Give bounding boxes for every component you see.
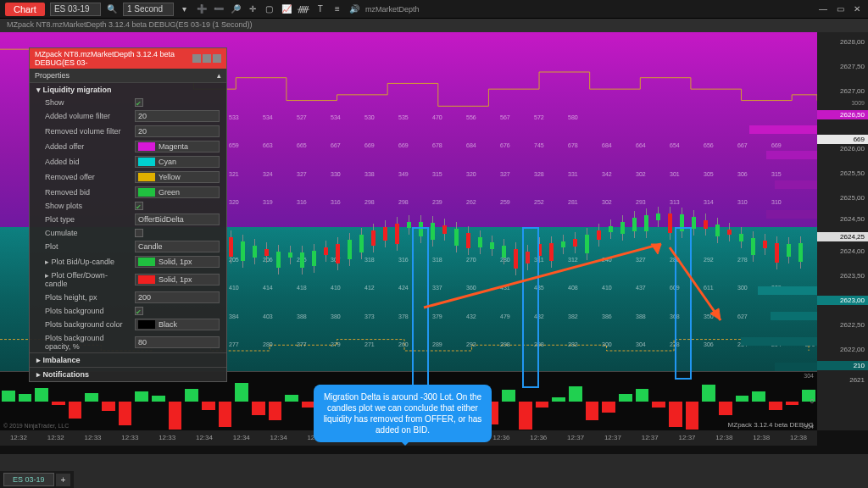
orderbook-cell: 316 xyxy=(398,257,409,263)
row-removed-offer: Removed offerYellow xyxy=(30,169,226,185)
minimize-icon[interactable]: — xyxy=(817,3,829,15)
interval-input[interactable] xyxy=(123,3,174,16)
panel-close-icon[interactable] xyxy=(213,54,221,63)
section-notifications[interactable]: ▸ Notifications xyxy=(30,367,226,381)
annotation-callout: Migration Delta is around -300 Lot. On t… xyxy=(314,385,492,442)
delta-bar xyxy=(536,402,549,408)
show-checkbox[interactable] xyxy=(135,98,143,107)
zoom-out-icon[interactable]: ➖ xyxy=(213,3,225,15)
chevron-down-icon[interactable]: ▾ xyxy=(179,3,191,15)
panel-titlebar[interactable]: MZpack NT8.mzMarketDepth 3.12.4 beta DEB… xyxy=(30,48,226,69)
plot-bid-up-value[interactable]: Solid, 1px xyxy=(135,256,220,268)
annotation-arrows xyxy=(415,236,729,337)
panel-title-text: MZpack NT8.mzMarketDepth 3.12.4 beta DEB… xyxy=(35,50,192,67)
delta-bar xyxy=(202,402,215,410)
plots-bg-opacity-input[interactable]: 80 xyxy=(135,336,220,348)
price-candle xyxy=(395,224,399,244)
sound-icon[interactable]: 🔊 xyxy=(348,3,360,15)
show-plots-checkbox[interactable] xyxy=(135,202,143,210)
volume-profile-bar xyxy=(771,312,817,320)
delta-bar xyxy=(2,391,15,402)
orderbook-cell: 678 xyxy=(568,142,578,148)
price-tick: 2621 xyxy=(817,375,868,385)
delta-bar xyxy=(702,385,715,402)
price-tick: 2622,50 xyxy=(817,320,868,330)
time-tick: 12:38 xyxy=(780,434,817,446)
orderbook-cell: 388 xyxy=(297,313,307,319)
maximize-icon[interactable]: ▭ xyxy=(834,3,846,15)
price-candle xyxy=(371,230,376,246)
plots-bg-color-select[interactable]: Black xyxy=(135,319,220,330)
properties-panel[interactable]: MZpack NT8.mzMarketDepth 3.12.4 beta DEB… xyxy=(29,47,227,382)
price-candle xyxy=(312,251,316,266)
orderbook-cell: 271 xyxy=(364,341,375,347)
price-candle xyxy=(692,217,696,229)
row-plots-bg-opacity: Plots background opacity, %80 xyxy=(30,332,226,352)
added-offer-select[interactable]: Magenta xyxy=(135,141,220,152)
zoom-in-icon[interactable]: ➕ xyxy=(196,3,208,15)
price-tick: 2625,00 xyxy=(817,193,868,202)
orderbook-cell: 279 xyxy=(331,341,341,347)
row-cumulate: Cumulate xyxy=(30,227,226,239)
orderbook-cell: 318 xyxy=(364,257,375,263)
orderbook-cell: 300 xyxy=(737,285,748,291)
price-candle xyxy=(300,252,304,268)
svg-line-0 xyxy=(424,244,661,308)
plot-type-select[interactable]: OfferBidDelta xyxy=(135,214,220,225)
added-vol-input[interactable]: 20 xyxy=(135,110,220,122)
panel-max-icon[interactable] xyxy=(203,54,211,63)
close-icon[interactable]: ✕ xyxy=(851,3,863,15)
delta-bar xyxy=(52,402,65,405)
delta-bar xyxy=(85,393,98,402)
indicator-icon[interactable]: ᚏ xyxy=(298,3,309,15)
chart-button[interactable]: Chart xyxy=(5,3,45,16)
panel-min-icon[interactable] xyxy=(192,54,201,63)
add-tab-button[interactable]: + xyxy=(56,474,71,486)
delta-bar xyxy=(769,402,782,410)
removed-bid-select[interactable]: Green xyxy=(135,186,220,198)
delta-bar xyxy=(686,402,699,430)
orderbook-cell: 289 xyxy=(432,341,442,347)
removed-vol-input[interactable]: 20 xyxy=(135,125,220,137)
price-label: 669 xyxy=(817,135,868,144)
plot-offer-down-value[interactable]: Solid, 1px xyxy=(135,274,220,286)
orderbook-cell: 239 xyxy=(432,199,442,205)
section-liquidity-migration[interactable]: ▾ Liquidity migration xyxy=(30,82,226,97)
price-candle xyxy=(324,247,328,255)
orderbook-cell: 580 xyxy=(568,114,578,120)
search-icon[interactable]: 🔍 xyxy=(106,3,118,15)
delta-label-zero: 0 xyxy=(810,398,814,404)
price-candle xyxy=(798,243,803,261)
magnify-icon[interactable]: 🔎 xyxy=(230,3,242,15)
menu-icon[interactable]: ≡ xyxy=(331,3,343,15)
added-bid-select[interactable]: Cyan xyxy=(135,156,220,168)
section-imbalance[interactable]: ▸ Imbalance xyxy=(30,352,226,367)
plots-bg-checkbox[interactable] xyxy=(135,307,143,315)
instrument-input[interactable] xyxy=(50,3,101,16)
removed-offer-select[interactable]: Yellow xyxy=(135,171,220,183)
current-price: 2624,25 xyxy=(817,232,868,241)
instrument-tab[interactable]: ES 03-19 xyxy=(3,473,54,486)
crosshair-icon[interactable]: ✛ xyxy=(247,3,259,15)
orderbook-cell: 349 xyxy=(398,171,409,177)
copyright-label: © 2019 NinjaTrader, LLC xyxy=(3,423,69,429)
draw-square-icon[interactable]: ▢ xyxy=(264,3,275,15)
time-tick: 12:33 xyxy=(148,434,186,446)
time-tick: 12:37 xyxy=(594,434,632,446)
orderbook-cell: 314 xyxy=(704,199,714,205)
row-added-bid: Added bidCyan xyxy=(30,154,226,169)
tab-bar: ES 03-19 + xyxy=(0,471,74,488)
text-icon[interactable]: T xyxy=(314,3,326,15)
cumulate-checkbox[interactable] xyxy=(135,229,143,237)
delta-bar xyxy=(135,391,148,402)
orderbook-cell: 319 xyxy=(263,199,273,205)
orderbook-cell: 259 xyxy=(500,199,510,205)
row-added-vol-filter: Added volume filter20 xyxy=(30,108,226,124)
orderbook-cell: 669 xyxy=(364,142,375,148)
delta-bar xyxy=(285,395,298,402)
plots-height-input[interactable]: 200 xyxy=(135,291,220,303)
orderbook-cell: 306 xyxy=(704,341,714,347)
plot-select[interactable]: Candle xyxy=(135,241,220,252)
chevron-up-icon[interactable]: ▴ xyxy=(217,71,221,80)
chart-icon[interactable]: 📈 xyxy=(281,3,292,15)
